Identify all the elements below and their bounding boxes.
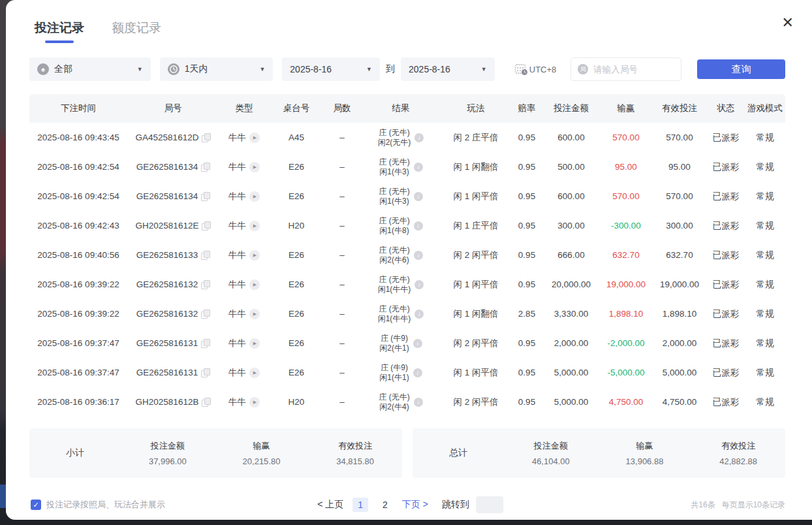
col-game-mode: 游戏模式 xyxy=(745,103,785,114)
cell-game-mode: 常规 xyxy=(745,220,785,232)
cell-result: 庄 (无牛)闲1(牛8) xyxy=(361,216,441,236)
copy-icon[interactable] xyxy=(201,192,210,201)
info-icon[interactable] xyxy=(414,163,423,172)
info-icon[interactable] xyxy=(413,368,422,377)
timezone-indicator: UTC+8 xyxy=(514,63,557,76)
merge-checkbox-label: 投注记录按照局、玩法合并展示 xyxy=(46,499,165,511)
info-icon[interactable] xyxy=(414,133,424,142)
tab-quota-records[interactable]: 额度记录 xyxy=(112,20,161,43)
cell-table-no: E26 xyxy=(270,191,323,201)
cell-bet-time: 2025-08-16 09:39:22 xyxy=(29,279,127,289)
play-video-icon[interactable] xyxy=(249,221,260,231)
cell-game-type: 牛牛 xyxy=(219,191,270,202)
cell-valid-bet: 4,750.00 xyxy=(652,397,707,407)
jump-to-input[interactable] xyxy=(476,496,503,513)
round-id-text: GH202581612B xyxy=(136,397,199,407)
cell-win-loss: 632.70 xyxy=(600,250,652,260)
total-count: 共16条 xyxy=(691,500,715,511)
cell-win-loss: 570.00 xyxy=(600,133,652,142)
info-icon[interactable] xyxy=(414,221,423,231)
cell-table-no: H20 xyxy=(270,397,323,407)
copy-icon[interactable] xyxy=(202,398,210,407)
chevron-down-icon xyxy=(137,66,143,72)
copy-icon[interactable] xyxy=(201,368,210,377)
col-rounds: 局数 xyxy=(323,103,361,114)
cell-bet-amount: 5,000.00 xyxy=(542,397,600,407)
play-video-icon[interactable] xyxy=(249,133,260,143)
copy-icon[interactable] xyxy=(201,339,210,348)
info-icon[interactable] xyxy=(414,398,423,407)
game-type-select[interactable]: 全部 xyxy=(29,57,151,81)
cell-valid-bet: 570.00 xyxy=(652,191,707,201)
info-icon[interactable] xyxy=(414,192,423,201)
prev-page-button[interactable]: < 上页 xyxy=(317,499,343,511)
round-search-input[interactable] xyxy=(593,65,674,74)
play-video-icon[interactable] xyxy=(249,309,260,319)
page-button-1[interactable]: 1 xyxy=(352,498,368,512)
table-row: 2025-08-16 09:37:47 GE2625816131 牛牛 E26 … xyxy=(29,358,785,387)
cell-game-mode: 常规 xyxy=(745,338,785,349)
play-video-icon[interactable] xyxy=(249,162,260,172)
cell-round-id: GE2625816134 xyxy=(127,162,219,172)
cell-bet-amount: 5,000.00 xyxy=(542,368,600,377)
copy-icon[interactable] xyxy=(201,310,210,319)
col-valid-bet: 有效投注 xyxy=(652,103,707,114)
cell-odds: 0.95 xyxy=(511,221,542,231)
cell-rounds: – xyxy=(323,309,361,319)
play-video-icon[interactable] xyxy=(249,368,260,378)
col-result: 结果 xyxy=(361,103,441,114)
round-search-box xyxy=(570,57,681,81)
cell-play: 闲 2 庄平倍 xyxy=(441,132,511,144)
info-icon[interactable] xyxy=(414,251,423,260)
copy-icon[interactable] xyxy=(201,280,210,289)
col-bet-time: 下注时间 xyxy=(29,103,127,114)
next-page-button[interactable]: 下页 > xyxy=(402,499,428,511)
cell-game-type: 牛牛 xyxy=(219,279,270,291)
table-body: 2025-08-16 09:43:45 GA452581612D 牛牛 A45 … xyxy=(29,123,785,417)
merge-checkbox[interactable] xyxy=(31,500,41,510)
cell-game-type: 牛牛 xyxy=(219,396,270,408)
date-from-select[interactable]: 2025-8-16 xyxy=(282,57,380,81)
date-to-select[interactable]: 2025-8-16 xyxy=(401,57,495,81)
play-video-icon[interactable] xyxy=(249,191,260,202)
pagination: < 上页 1 2 下页 > 跳转到 xyxy=(313,496,503,513)
cell-bet-amount: 3,330.00 xyxy=(542,309,600,319)
play-video-icon[interactable] xyxy=(249,250,260,261)
cell-bet-time: 2025-08-16 09:36:17 xyxy=(29,397,127,407)
spade-icon xyxy=(37,63,49,75)
cell-rounds: – xyxy=(323,368,361,377)
cell-win-loss: 19,000.00 xyxy=(600,279,652,289)
play-video-icon[interactable] xyxy=(249,279,260,290)
copy-icon[interactable] xyxy=(202,133,210,142)
total-bet: 投注金额 46,104.00 xyxy=(504,440,598,466)
game-type-text: 牛牛 xyxy=(228,396,246,408)
info-icon[interactable] xyxy=(414,310,424,319)
calendar-clock-icon xyxy=(514,63,528,76)
close-icon[interactable]: ✕ xyxy=(782,16,794,30)
cell-play: 闲 2 闲平倍 xyxy=(441,249,511,261)
copy-icon[interactable] xyxy=(202,221,210,231)
time-range-select[interactable]: 1天内 xyxy=(160,57,273,81)
cell-bet-amount: 666.00 xyxy=(542,250,600,260)
play-video-icon[interactable] xyxy=(249,397,260,407)
cell-result: 庄 (无牛)闲2(牛4) xyxy=(361,392,441,412)
info-icon[interactable] xyxy=(413,339,422,348)
page-button-2[interactable]: 2 xyxy=(377,498,393,512)
query-button[interactable]: 查询 xyxy=(697,59,785,79)
play-video-icon[interactable] xyxy=(249,338,260,349)
clock-icon xyxy=(168,63,180,75)
table-row: 2025-08-16 09:42:54 GE2625816134 牛牛 E26 … xyxy=(29,182,785,211)
round-id-text: GE2625816132 xyxy=(136,309,198,319)
info-icon[interactable] xyxy=(414,280,424,289)
cell-game-mode: 常规 xyxy=(745,279,785,291)
cell-status: 已派彩 xyxy=(707,308,745,320)
cell-rounds: – xyxy=(323,221,361,231)
copy-icon[interactable] xyxy=(201,163,210,172)
copy-icon[interactable] xyxy=(201,251,210,260)
chevron-down-icon xyxy=(366,66,372,72)
cell-odds: 0.95 xyxy=(511,279,542,289)
tab-bet-records[interactable]: 投注记录 xyxy=(35,20,84,43)
cell-table-no: E26 xyxy=(270,309,323,319)
cell-play: 闲 2 闲平倍 xyxy=(441,338,511,349)
game-type-text: 牛牛 xyxy=(228,338,246,349)
